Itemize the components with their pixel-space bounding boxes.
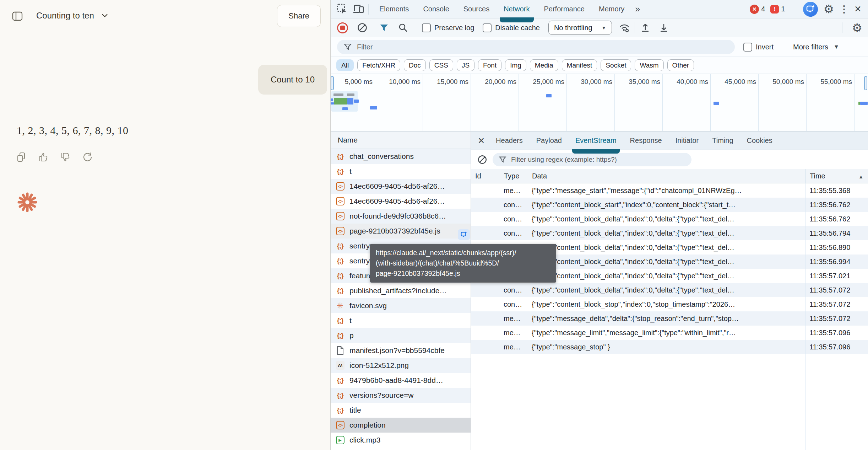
resource-chip-doc[interactable]: Doc bbox=[404, 59, 426, 71]
detail-tab-cookies[interactable]: Cookies bbox=[740, 132, 779, 150]
resource-chip-font[interactable]: Font bbox=[478, 59, 501, 71]
sidebar-toggle-button[interactable] bbox=[11, 9, 24, 23]
issues-badge[interactable]: ! 1 bbox=[770, 5, 785, 14]
resource-chip-img[interactable]: Img bbox=[505, 59, 526, 71]
disable-cache-checkbox[interactable] bbox=[483, 23, 492, 32]
resource-chip-wasm[interactable]: Wasm bbox=[635, 59, 663, 71]
settings-button[interactable]: ⚙ bbox=[823, 3, 834, 15]
invert-checkbox[interactable] bbox=[743, 43, 752, 52]
device-toolbar-button[interactable] bbox=[353, 3, 365, 15]
filter-input[interactable]: Filter bbox=[337, 40, 735, 54]
event-row[interactable]: me…{"type":"message_start","message":{"i… bbox=[471, 183, 868, 198]
request-row[interactable]: {;}p bbox=[331, 328, 471, 343]
tab-elements[interactable]: Elements bbox=[372, 0, 416, 18]
network-settings-button[interactable]: ⚙ bbox=[852, 22, 862, 34]
request-row[interactable]: {;}title bbox=[331, 403, 471, 418]
console-errors-badge[interactable]: ✕ 4 bbox=[750, 5, 765, 14]
tab-memory[interactable]: Memory bbox=[592, 0, 631, 18]
event-row[interactable]: con…{"type":"content_block_start","index… bbox=[471, 198, 868, 212]
record-network-log-button[interactable] bbox=[337, 22, 348, 33]
search-button[interactable] bbox=[397, 22, 409, 33]
request-row[interactable]: ✳favicon.svg bbox=[331, 298, 471, 313]
clear-network-log-button[interactable] bbox=[357, 22, 368, 33]
id-column-header[interactable]: Id bbox=[471, 172, 500, 180]
tab-sources[interactable]: Sources bbox=[456, 0, 497, 18]
filter-toggle-button[interactable] bbox=[378, 22, 390, 33]
copy-button[interactable] bbox=[16, 151, 27, 163]
data-column-header[interactable]: Data bbox=[528, 169, 805, 183]
detail-tab-initiator[interactable]: Initiator bbox=[669, 132, 706, 150]
detail-tab-payload[interactable]: Payload bbox=[530, 132, 569, 150]
share-button[interactable]: Share bbox=[277, 5, 321, 27]
tab-network[interactable]: Network bbox=[497, 0, 537, 18]
detail-tab-response[interactable]: Response bbox=[623, 132, 669, 150]
conversation-title-menu[interactable]: Counting to ten bbox=[36, 11, 108, 21]
more-filters-button[interactable]: More filters ▼ bbox=[793, 43, 839, 51]
ai-explain-request-button[interactable] bbox=[458, 229, 470, 240]
thumbs-up-button[interactable] bbox=[38, 151, 49, 163]
request-row[interactable]: {;}t bbox=[331, 164, 471, 179]
preserve-log-checkbox[interactable] bbox=[422, 23, 431, 32]
request-row[interactable]: {;}chat_conversations bbox=[331, 149, 471, 164]
event-row[interactable]: con…{"type":"content_block_stop","index"… bbox=[471, 297, 868, 311]
request-name: icon-512x512.png bbox=[349, 361, 409, 370]
devtools-menu-button[interactable]: ⋮ bbox=[839, 4, 849, 15]
thumbs-down-button[interactable] bbox=[60, 151, 71, 163]
resource-chip-other[interactable]: Other bbox=[667, 59, 694, 71]
event-row[interactable]: con…{"type":"content_block_delta","index… bbox=[471, 283, 868, 297]
resource-chip-all[interactable]: All bbox=[336, 59, 354, 71]
request-row[interactable]: <>completion bbox=[331, 418, 471, 433]
preserve-log-control[interactable]: Preserve log bbox=[422, 23, 474, 32]
invert-filter-control[interactable]: Invert bbox=[743, 43, 774, 52]
event-row[interactable]: con…{"type":"content_block_delta","index… bbox=[471, 226, 868, 240]
import-har-button[interactable] bbox=[639, 22, 651, 34]
request-row[interactable]: ▶click.mp3 bbox=[331, 433, 471, 448]
request-row[interactable]: {;}published_artifacts?include… bbox=[331, 283, 471, 298]
tab-console[interactable]: Console bbox=[416, 0, 456, 18]
request-row[interactable]: {;}t bbox=[331, 313, 471, 328]
resource-chip-media[interactable]: Media bbox=[530, 59, 558, 71]
event-row[interactable]: me…{"type":"message_limit","message_limi… bbox=[471, 326, 868, 340]
close-devtools-button[interactable]: ✕ bbox=[854, 4, 862, 14]
network-conditions-button[interactable] bbox=[618, 22, 630, 34]
resource-chip-manifest[interactable]: Manifest bbox=[562, 59, 597, 71]
event-row[interactable]: me…{"type":"message_stop" }11:35:57.096 bbox=[471, 340, 868, 354]
resource-chip-css[interactable]: CSS bbox=[429, 59, 453, 71]
img-icon: A\ bbox=[335, 361, 345, 370]
tab-performance[interactable]: Performance bbox=[537, 0, 592, 18]
detail-tab-eventstream[interactable]: EventStream bbox=[569, 132, 623, 150]
timeline-left-handle[interactable] bbox=[331, 76, 334, 90]
type-column-header[interactable]: Type bbox=[500, 169, 528, 183]
close-detail-button[interactable]: ✕ bbox=[478, 136, 485, 146]
clear-events-button[interactable] bbox=[477, 154, 488, 165]
ai-assistance-button[interactable] bbox=[803, 2, 818, 17]
timeline-right-handle[interactable] bbox=[864, 76, 867, 90]
inspect-element-button[interactable] bbox=[336, 3, 348, 15]
request-row[interactable]: {;}versions?source=w bbox=[331, 388, 471, 403]
timeline-request-bar bbox=[714, 102, 719, 105]
network-overview-timeline[interactable]: 5,000 ms10,000 ms15,000 ms20,000 ms25,00… bbox=[331, 74, 868, 132]
resource-chip-socket[interactable]: Socket bbox=[601, 59, 631, 71]
throttling-dropdown[interactable]: No throttling ▼ bbox=[548, 21, 612, 35]
export-har-button[interactable] bbox=[658, 22, 670, 34]
event-row[interactable]: con…{"type":"content_block_delta","index… bbox=[471, 212, 868, 226]
detail-tab-timing[interactable]: Timing bbox=[705, 132, 740, 150]
name-column-header[interactable]: Name bbox=[331, 132, 471, 149]
request-row[interactable]: manifest.json?v=bb5594cbfe bbox=[331, 343, 471, 358]
request-row[interactable]: <>not-found-de9d9fc036b8c6… bbox=[331, 209, 471, 224]
request-name: completion bbox=[349, 421, 386, 429]
resource-chip-fetch-xhr[interactable]: Fetch/XHR bbox=[357, 59, 400, 71]
disable-cache-label: Disable cache bbox=[495, 24, 540, 32]
request-row[interactable]: <>14ec6609-9405-4d56-af26… bbox=[331, 179, 471, 194]
more-panels-button[interactable]: » bbox=[631, 4, 644, 14]
resource-chip-js[interactable]: JS bbox=[457, 59, 474, 71]
regex-filter-input[interactable]: Filter using regex (example: https?) bbox=[493, 153, 691, 166]
event-row[interactable]: me…{"type":"message_delta","delta":{"sto… bbox=[471, 311, 868, 326]
request-row[interactable]: <>page-9210b037392bf45e.js bbox=[331, 224, 471, 239]
request-row[interactable]: {;}9479b6b0-aad8-4491-8dd… bbox=[331, 373, 471, 388]
request-row[interactable]: <>14ec6609-9405-4d56-af26… bbox=[331, 194, 471, 209]
disable-cache-control[interactable]: Disable cache bbox=[483, 23, 540, 32]
request-row[interactable]: A\icon-512x512.png bbox=[331, 358, 471, 373]
detail-tab-headers[interactable]: Headers bbox=[489, 132, 530, 150]
retry-button[interactable] bbox=[82, 151, 93, 163]
